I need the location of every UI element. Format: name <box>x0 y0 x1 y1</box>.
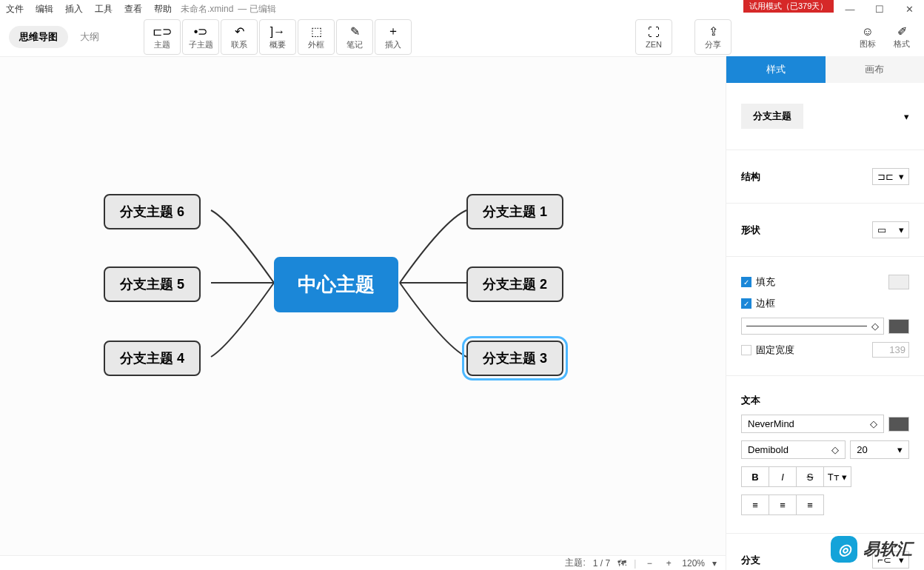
menu-insert[interactable]: 插入 <box>59 3 89 16</box>
file-name: 未命名.xmind <box>181 3 233 16</box>
branch-topic-2[interactable]: 分支主题 2 <box>466 266 563 302</box>
zoom-level[interactable]: 120% <box>682 558 705 569</box>
zoom-out-button[interactable]: − <box>643 558 655 569</box>
watermark-icon: ◎ <box>831 536 857 563</box>
menu-help[interactable]: 帮助 <box>148 3 178 16</box>
text-color-swatch[interactable] <box>888 417 909 432</box>
fill-label: 填充 <box>756 275 775 289</box>
statusbar: 主题: 1 / 7 🗺 | − + 120% ▾ <box>0 555 726 570</box>
view-mindmap[interactable]: 思维导图 <box>9 26 68 48</box>
zoom-in-button[interactable]: + <box>663 558 674 569</box>
menu-tools[interactable]: 工具 <box>89 3 118 16</box>
menu-file[interactable]: 文件 <box>0 3 30 16</box>
share-label: 分享 <box>705 39 721 50</box>
border-label: 边框 <box>756 297 775 310</box>
titlebar: 文件 编辑 插入 工具 查看 帮助 未命名.xmind — 已编辑 试用模式（已… <box>0 0 924 18</box>
fixed-width-checkbox[interactable] <box>741 345 751 355</box>
topic-count-label: 主题: <box>565 557 585 569</box>
brush-icon: ✐ <box>897 24 907 38</box>
caret-down-icon[interactable]: ▾ <box>904 111 909 122</box>
align-left-button[interactable]: ≡ <box>741 494 769 515</box>
font-size-select[interactable]: 20▾ <box>850 440 909 459</box>
relation-button[interactable]: ↶联系 <box>221 19 258 55</box>
topic-button[interactable]: ⊏⊃主题 <box>144 19 181 55</box>
minimize-button[interactable]: — <box>835 0 865 18</box>
width-input[interactable]: 139 <box>872 342 909 358</box>
subtopic-button[interactable]: •⊃子主题 <box>182 19 219 55</box>
map-icon[interactable]: 🗺 <box>617 558 626 569</box>
align-center-button[interactable]: ≡ <box>769 494 797 515</box>
branch-topic-6[interactable]: 分支主题 6 <box>104 194 201 229</box>
boundary-label: 外框 <box>308 39 324 50</box>
zen-icon: ⛶ <box>648 25 660 40</box>
shape-icon: ▭ <box>877 224 886 235</box>
format-label: 格式 <box>894 38 910 50</box>
font-weight-select[interactable]: Demibold◇ <box>741 440 846 459</box>
close-button[interactable]: ✕ <box>894 0 924 18</box>
subtopic-icon: •⊃ <box>194 24 208 39</box>
branch-topic-5[interactable]: 分支主题 5 <box>104 266 201 302</box>
watermark-text: 易软汇 <box>863 538 912 560</box>
workspace[interactable]: 中心主题 分支主题 1 分支主题 2 分支主题 3 分支主题 4 分支主题 5 … <box>0 56 726 555</box>
align-right-button[interactable]: ≡ <box>796 494 824 515</box>
file-status: — 已编辑 <box>238 3 275 16</box>
shape-select[interactable]: ▭▾ <box>872 221 909 238</box>
zen-button[interactable]: ⛶ZEN <box>635 19 672 55</box>
topic-type-select[interactable]: 分支主题 <box>741 104 803 129</box>
insert-button[interactable]: ＋插入 <box>375 19 412 55</box>
fixed-width-label: 固定宽度 <box>756 343 794 357</box>
border-color-swatch[interactable] <box>888 319 909 334</box>
fill-color-swatch[interactable] <box>888 275 909 289</box>
chevron-down-icon[interactable]: ▾ <box>712 558 717 569</box>
canvas[interactable]: 中心主题 分支主题 1 分支主题 2 分支主题 3 分支主题 4 分支主题 5 … <box>0 57 726 555</box>
font-family-value: NeverMind <box>748 418 794 429</box>
summary-button[interactable]: ]→概要 <box>259 19 296 55</box>
boundary-button[interactable]: ⬚外框 <box>298 19 335 55</box>
relation-label: 联系 <box>231 39 247 50</box>
toolbar: 思维导图 大纲 ⊏⊃主题 •⊃子主题 ↶联系 ]→概要 ⬚外框 ✎笔记 ＋插入 … <box>0 18 924 56</box>
branch-topic-4[interactable]: 分支主题 4 <box>104 341 201 376</box>
window-controls: — ☐ ✕ <box>835 0 924 18</box>
structure-icon: ⊐⊏ <box>877 171 894 182</box>
maximize-button[interactable]: ☐ <box>865 0 894 18</box>
watermark-logo: ◎ 易软汇 <box>831 536 912 563</box>
font-weight-value: Demibold <box>748 444 789 455</box>
bold-button[interactable]: B <box>741 466 769 487</box>
fill-checkbox[interactable]: ✓ <box>741 277 751 287</box>
center-topic[interactable]: 中心主题 <box>274 257 398 312</box>
border-checkbox[interactable]: ✓ <box>741 298 751 309</box>
note-label: 笔记 <box>346 39 363 50</box>
branch-topic-1[interactable]: 分支主题 1 <box>466 194 563 229</box>
branch-section-label: 分支 <box>741 554 760 567</box>
sidepanel: 样式 画布 分支主题 ▾ 结构 ⊐⊏▾ 形状 ▭▾ ✓填充 ✓边框 ◇ 固定宽度 <box>726 56 924 570</box>
tab-style[interactable]: 样式 <box>726 56 826 83</box>
subtopic-label: 子主题 <box>189 39 213 50</box>
font-family-select[interactable]: NeverMind◇ <box>741 415 884 433</box>
tab-canvas[interactable]: 画布 <box>826 56 925 83</box>
note-icon: ✎ <box>350 24 360 39</box>
font-size-value: 20 <box>857 444 867 455</box>
border-line-select[interactable]: ◇ <box>741 318 884 335</box>
boundary-icon: ⬚ <box>311 24 322 39</box>
icons-button[interactable]: ☺图标 <box>853 19 883 55</box>
structure-label: 结构 <box>741 170 760 184</box>
trial-badge: 试用模式（已379天） <box>743 0 834 13</box>
textcase-button[interactable]: Tᴛ ▾ <box>823 466 851 487</box>
italic-button[interactable]: I <box>769 466 797 487</box>
structure-select[interactable]: ⊐⊏▾ <box>872 168 909 185</box>
note-button[interactable]: ✎笔记 <box>336 19 373 55</box>
share-icon: ⇪ <box>709 24 718 39</box>
share-button[interactable]: ⇪分享 <box>694 19 732 55</box>
topic-icon: ⊏⊃ <box>153 24 172 39</box>
menu-edit[interactable]: 编辑 <box>30 3 59 16</box>
strike-button[interactable]: S <box>796 466 824 487</box>
menu-view[interactable]: 查看 <box>118 3 148 16</box>
view-outline[interactable]: 大纲 <box>80 30 99 44</box>
topic-count: 1 / 7 <box>593 558 610 569</box>
insert-icon: ＋ <box>387 24 399 39</box>
relation-icon: ↶ <box>235 24 244 39</box>
format-button[interactable]: ✐格式 <box>887 19 917 55</box>
icons-label: 图标 <box>860 38 876 50</box>
branch-topic-3[interactable]: 分支主题 3 <box>466 341 563 376</box>
topic-label: 主题 <box>154 39 170 50</box>
